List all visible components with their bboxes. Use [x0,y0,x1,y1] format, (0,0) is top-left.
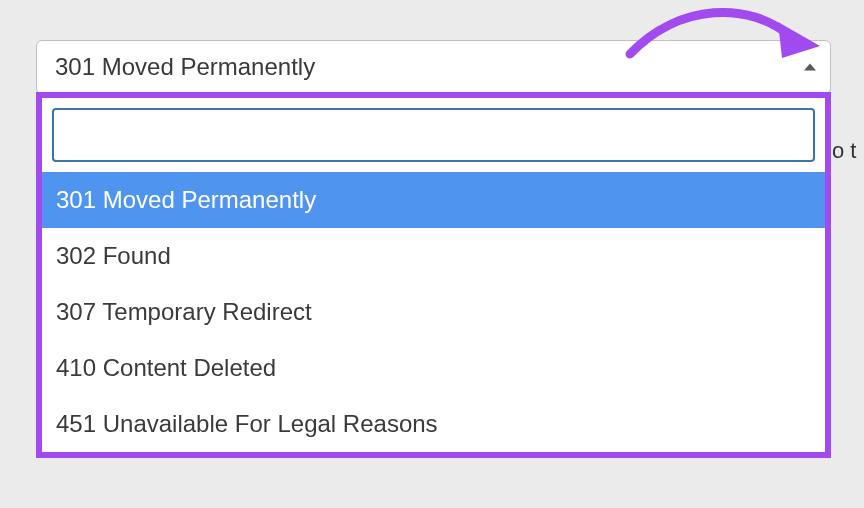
dropdown-option-label: 301 Moved Permanently [56,186,316,214]
dropdown-option-label: 307 Temporary Redirect [56,298,312,326]
dropdown-option-410[interactable]: 410 Content Deleted [42,340,825,396]
http-code-select[interactable]: 301 Moved Permanently [36,40,831,94]
dropdown-option-label: 410 Content Deleted [56,354,276,382]
dropdown-option-label: 451 Unavailable For Legal Reasons [56,410,438,438]
dropdown-option-307[interactable]: 307 Temporary Redirect [42,284,825,340]
dropdown-search-input[interactable] [52,108,815,162]
http-code-dropdown: 301 Moved Permanently 302 Found 307 Temp… [36,92,831,458]
dropdown-option-301[interactable]: 301 Moved Permanently [42,172,825,228]
http-code-select-value: 301 Moved Permanently [55,53,315,81]
dropdown-option-list: 301 Moved Permanently 302 Found 307 Temp… [42,172,825,452]
dropdown-option-label: 302 Found [56,242,171,270]
caret-up-icon [804,64,816,71]
truncated-background-text: o t [832,138,856,164]
dropdown-option-302[interactable]: 302 Found [42,228,825,284]
dropdown-option-451[interactable]: 451 Unavailable For Legal Reasons [42,396,825,452]
